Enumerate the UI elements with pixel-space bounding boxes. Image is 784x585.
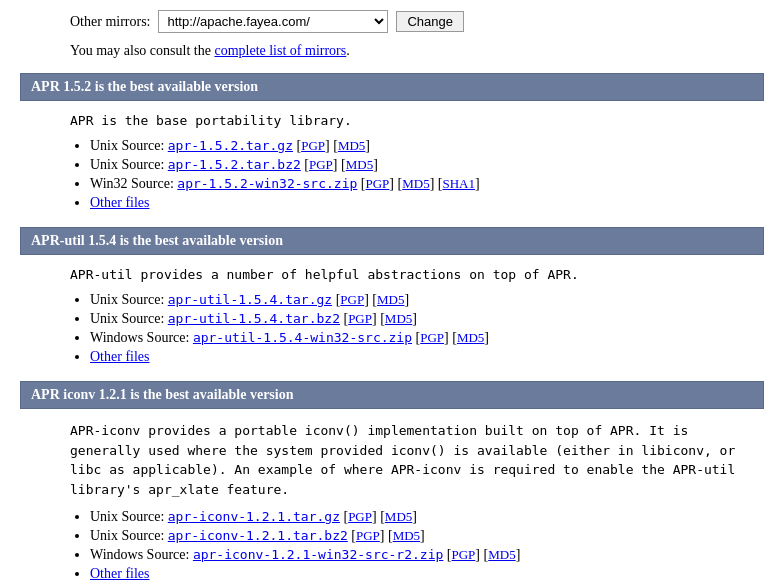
section-body-apr-util: APR-util provides a number of helpful ab… [20,267,764,365]
hash-bracket: [ [394,176,402,191]
item-label: Windows Source: [90,330,193,345]
hash-link-pgp[interactable]: PGP [452,547,476,562]
hash-link-pgp[interactable]: PGP [348,311,372,326]
item-label: Windows Source: [90,547,193,562]
item-label: Unix Source: [90,311,168,326]
hash-link-md5[interactable]: MD5 [488,547,515,562]
section-body-apr: APR is the base portability library.Unix… [20,113,764,211]
section-header-apr: APR 1.5.2 is the best available version [20,73,764,101]
section-desc-apr: APR is the base portability library. [70,113,764,128]
hash-bracket-close: ] [365,138,370,153]
hash-bracket: [ [330,138,338,153]
hash-bracket: [ [480,547,488,562]
hash-bracket-close: ] [412,311,417,326]
section-desc-apr-util: APR-util provides a number of helpful ab… [70,267,764,282]
hash-bracket-close: ] [412,509,417,524]
hash-link-pgp[interactable]: PGP [340,292,364,307]
file-link[interactable]: apr-iconv-1.2.1-win32-src-r2.zip [193,547,443,562]
hash-link-sha1[interactable]: SHA1 [443,176,476,191]
hash-bracket-close: ] [420,528,425,543]
hash-bracket-close: ] [475,176,480,191]
hash-bracket: [ [384,528,392,543]
sections-container: APR 1.5.2 is the best available versionA… [20,73,764,582]
hash-link-md5[interactable]: MD5 [338,138,365,153]
other-files-link[interactable]: Other files [90,195,149,210]
file-link[interactable]: apr-iconv-1.2.1.tar.bz2 [168,528,348,543]
hash-bracket: [ [434,176,442,191]
hash-bracket: [ [449,330,457,345]
hash-link-md5[interactable]: MD5 [393,528,420,543]
item-label: Win32 Source: [90,176,177,191]
hash-link-md5[interactable]: MD5 [377,292,404,307]
hash-bracket: [ [377,311,385,326]
list-item: Unix Source: apr-iconv-1.2.1.tar.gz [PGP… [90,509,764,525]
hash-link-pgp[interactable]: PGP [366,176,390,191]
hash-bracket: [ [340,509,348,524]
hash-bracket: [ [369,292,377,307]
hash-bracket: [ [338,157,346,172]
mirror-row: Other mirrors: http://apache.fayea.com/ … [20,10,764,33]
consult-text-after: . [346,43,350,58]
section-body-apr-iconv: APR-iconv provides a portable iconv() im… [20,421,764,582]
section-list-apr: Unix Source: apr-1.5.2.tar.gz [PGP] [MD5… [70,138,764,211]
hash-link-md5[interactable]: MD5 [457,330,484,345]
list-item: Windows Source: apr-iconv-1.2.1-win32-sr… [90,547,764,563]
hash-link-md5[interactable]: MD5 [402,176,429,191]
other-files-link[interactable]: Other files [90,566,149,581]
hash-link-md5[interactable]: MD5 [385,509,412,524]
section-list-apr-iconv: Unix Source: apr-iconv-1.2.1.tar.gz [PGP… [70,509,764,582]
section-list-apr-util: Unix Source: apr-util-1.5.4.tar.gz [PGP]… [70,292,764,365]
hash-bracket-close: ] [404,292,409,307]
hash-link-md5[interactable]: MD5 [385,311,412,326]
list-item: Unix Source: apr-util-1.5.4.tar.bz2 [PGP… [90,311,764,327]
mirror-select[interactable]: http://apache.fayea.com/ [158,10,388,33]
hash-bracket: [ [348,528,356,543]
file-link[interactable]: apr-util-1.5.4.tar.bz2 [168,311,340,326]
consult-text-before: You may also consult the [70,43,214,58]
list-item: Unix Source: apr-1.5.2.tar.bz2 [PGP] [MD… [90,157,764,173]
item-label: Unix Source: [90,157,168,172]
hash-bracket: [ [293,138,301,153]
list-item: Win32 Source: apr-1.5.2-win32-src.zip [P… [90,176,764,192]
hash-link-pgp[interactable]: PGP [301,138,325,153]
hash-bracket: [ [443,547,451,562]
other-files-item: Other files [90,195,764,211]
section-header-apr-iconv: APR iconv 1.2.1 is the best available ve… [20,381,764,409]
other-files-link[interactable]: Other files [90,349,149,364]
mirrors-list-link[interactable]: complete list of mirrors [214,43,346,58]
file-link[interactable]: apr-iconv-1.2.1.tar.gz [168,509,340,524]
hash-bracket: [ [377,509,385,524]
hash-bracket-close: ] [516,547,521,562]
list-item: Windows Source: apr-util-1.5.4-win32-src… [90,330,764,346]
hash-bracket: [ [412,330,420,345]
list-item: Unix Source: apr-1.5.2.tar.gz [PGP] [MD5… [90,138,764,154]
hash-link-pgp[interactable]: PGP [420,330,444,345]
hash-bracket-close: ] [484,330,489,345]
hash-bracket-close: ] [373,157,378,172]
file-link[interactable]: apr-1.5.2.tar.gz [168,138,293,153]
hash-link-pgp[interactable]: PGP [309,157,333,172]
consult-line: You may also consult the complete list o… [20,43,764,59]
hash-bracket: [ [301,157,309,172]
section-header-apr-util: APR-util 1.5.4 is the best available ver… [20,227,764,255]
section-desc-apr-iconv: APR-iconv provides a portable iconv() im… [70,421,764,499]
hash-link-pgp[interactable]: PGP [356,528,380,543]
file-link[interactable]: apr-1.5.2.tar.bz2 [168,157,301,172]
hash-bracket: [ [340,311,348,326]
file-link[interactable]: apr-1.5.2-win32-src.zip [177,176,357,191]
list-item: Unix Source: apr-iconv-1.2.1.tar.bz2 [PG… [90,528,764,544]
hash-link-md5[interactable]: MD5 [346,157,373,172]
item-label: Unix Source: [90,292,168,307]
hash-link-pgp[interactable]: PGP [348,509,372,524]
change-button[interactable]: Change [396,11,464,32]
item-label: Unix Source: [90,528,168,543]
item-label: Unix Source: [90,509,168,524]
other-files-item: Other files [90,349,764,365]
file-link[interactable]: apr-util-1.5.4-win32-src.zip [193,330,412,345]
mirror-label: Other mirrors: [70,14,150,30]
list-item: Unix Source: apr-util-1.5.4.tar.gz [PGP]… [90,292,764,308]
hash-bracket: [ [357,176,365,191]
item-label: Unix Source: [90,138,168,153]
other-files-item: Other files [90,566,764,582]
file-link[interactable]: apr-util-1.5.4.tar.gz [168,292,332,307]
